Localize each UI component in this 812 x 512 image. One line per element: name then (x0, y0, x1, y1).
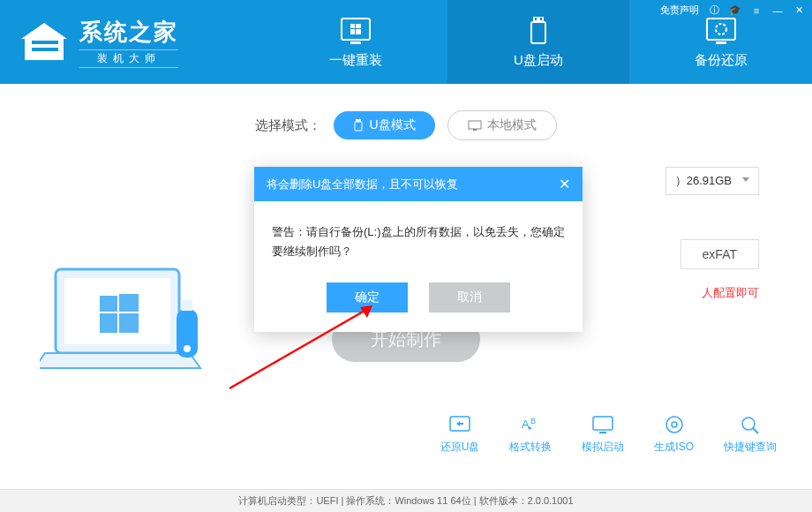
mode-label: 选择模式： (255, 117, 321, 134)
dialog-title-text: 将会删除U盘全部数据，且不可以恢复 (267, 177, 458, 192)
restore-icon (447, 414, 472, 435)
bottom-tools: 还原U盘 AB 格式转换 模拟启动 生成ISO 快捷键查询 (440, 414, 777, 455)
svg-rect-6 (535, 18, 537, 20)
app-subtitle: 装机大师 (79, 49, 178, 68)
iso-icon (662, 414, 687, 435)
mode-local[interactable]: 本地模式 (447, 110, 557, 140)
tool-generate-iso[interactable]: 生成ISO (654, 414, 694, 455)
svg-point-26 (672, 422, 677, 427)
dialog-close-icon[interactable]: ✕ (559, 176, 570, 192)
simulate-icon (590, 414, 615, 435)
hotkey-icon (738, 414, 763, 435)
dialog-cancel-button[interactable]: 取消 (429, 282, 510, 312)
reinstall-icon (338, 15, 373, 47)
svg-text:A: A (522, 418, 530, 431)
svg-rect-18 (182, 300, 192, 311)
header: 系统之家 装机大师 一键重装 U盘启动 备份还原 免责声明 ⓘ 🎓 ≡ — ✕ (0, 0, 812, 84)
dialog-body: 警告：请自行备份(L:)盘上的所有数据，以免丢失，您确定要继续制作吗？ (254, 201, 583, 282)
svg-rect-23 (593, 417, 613, 430)
logo-area: 系统之家 装机大师 (0, 0, 265, 84)
svg-point-19 (184, 345, 191, 352)
tab-reinstall[interactable]: 一键重装 (265, 0, 447, 84)
tool-hotkey-query[interactable]: 快捷键查询 (724, 414, 777, 455)
mode-usb[interactable]: U盘模式 (334, 111, 434, 139)
filesystem-exfat[interactable]: exFAT (680, 239, 759, 269)
svg-rect-14 (473, 129, 477, 131)
tool-format-convert[interactable]: AB 格式转换 (509, 414, 552, 455)
disclaimer-link[interactable]: 免责声明 (660, 4, 699, 17)
svg-point-27 (742, 418, 755, 430)
svg-rect-9 (716, 41, 726, 44)
graduation-icon[interactable]: 🎓 (729, 4, 741, 17)
tool-simulate-boot[interactable]: 模拟启动 (582, 414, 624, 455)
convert-icon: AB (518, 414, 543, 435)
svg-point-25 (666, 417, 682, 433)
svg-rect-1 (32, 48, 58, 51)
backup-icon (703, 15, 739, 47)
dialog-buttons: 确定 取消 (254, 282, 583, 332)
app-title: 系统之家 (79, 17, 178, 48)
dialog-titlebar: 将会删除U盘全部数据，且不可以恢复 ✕ (254, 167, 583, 201)
laptop-illustration (40, 260, 216, 393)
minimize-icon[interactable]: — (771, 4, 784, 17)
usb-small-icon (353, 119, 364, 132)
dialog-ok-button[interactable]: 确定 (327, 282, 408, 312)
settings-icon[interactable]: ≡ (750, 4, 763, 17)
svg-text:B: B (530, 417, 536, 425)
config-hint: 人配置即可 (702, 285, 759, 301)
close-icon[interactable]: ✕ (793, 4, 805, 17)
confirm-dialog: 将会删除U盘全部数据，且不可以恢复 ✕ 警告：请自行备份(L:)盘上的所有数据，… (254, 167, 583, 332)
monitor-small-icon (468, 120, 482, 131)
svg-rect-12 (355, 122, 362, 131)
drive-selector[interactable]: ）26.91GB (665, 167, 759, 195)
svg-rect-24 (599, 432, 606, 433)
statusbar: 计算机启动类型：UEFI | 操作系统：Windows 11 64位 | 软件版… (0, 489, 812, 512)
svg-rect-0 (32, 41, 58, 44)
tool-restore-usb[interactable]: 还原U盘 (440, 414, 480, 455)
tab-usb-boot[interactable]: U盘启动 (447, 0, 630, 84)
logo-icon (18, 21, 71, 64)
svg-rect-5 (531, 22, 545, 43)
svg-rect-13 (469, 121, 481, 129)
info-icon[interactable]: ⓘ (708, 4, 720, 17)
svg-rect-3 (350, 41, 361, 44)
svg-line-28 (753, 428, 758, 433)
svg-point-10 (716, 24, 726, 34)
svg-rect-8 (707, 19, 735, 40)
mode-selector: 选择模式： U盘模式 本地模式 (35, 110, 777, 140)
svg-rect-7 (540, 18, 542, 20)
usb-icon (521, 15, 556, 47)
titlebar-controls: 免责声明 ⓘ 🎓 ≡ — ✕ (660, 4, 805, 17)
